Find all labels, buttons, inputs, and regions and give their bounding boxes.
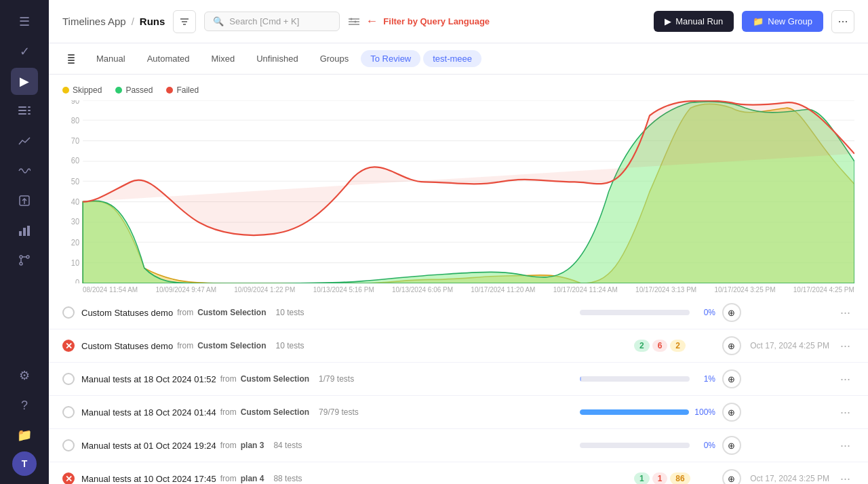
export-icon[interactable] — [11, 187, 38, 214]
svg-point-12 — [20, 262, 22, 265]
x-label-3: 10/13/2024 5:16 PM — [313, 286, 374, 294]
search-placeholder: Search [Cmd + K] — [229, 16, 299, 26]
run-more-button[interactable]: ··· — [836, 437, 854, 454]
svg-rect-9 — [23, 228, 26, 236]
check-icon[interactable]: ✓ — [11, 38, 38, 65]
new-group-button[interactable]: 📁 New Group — [742, 11, 823, 32]
run-info: Manual tests at 18 Oct 2024 01:44 from C… — [81, 407, 573, 418]
svg-point-13 — [26, 256, 29, 258]
failed-dot — [166, 87, 173, 94]
run-name: Manual tests at 10 Oct 2024 17:45 — [81, 474, 216, 484]
tab-list-icon[interactable] — [62, 48, 84, 70]
breadcrumb-app: Timelines App — [62, 16, 126, 27]
folder-icon[interactable]: 📁 — [11, 422, 38, 449]
list-check-icon[interactable] — [11, 98, 38, 125]
run-from-name: Custom Selection — [241, 407, 309, 417]
x-label-7: 10/17/2024 3:13 PM — [635, 286, 696, 294]
table-row[interactable]: ✕ Manual tests at 10 Oct 2024 17:45 from… — [49, 462, 868, 484]
passed-label: Passed — [125, 85, 153, 95]
filter-query-label: Filter by Query Language — [383, 16, 490, 26]
run-name: Manual tests at 01 Oct 2024 19:24 — [81, 441, 216, 451]
badge-green: 1 — [634, 472, 650, 484]
progress-label: 0% — [695, 308, 715, 317]
svg-text:40: 40 — [71, 197, 80, 207]
run-info: Custom Statuses demo from Custom Selecti… — [81, 308, 573, 318]
run-progress: 100% — [580, 407, 715, 417]
breadcrumb-current: Runs — [140, 16, 165, 27]
run-count: 10 tests — [275, 308, 304, 317]
svg-point-11 — [20, 256, 22, 258]
avatar[interactable]: T — [12, 451, 37, 476]
run-more-button[interactable]: ··· — [836, 404, 854, 421]
skipped-label: Skipped — [73, 85, 102, 95]
run-avatar: ⊕ — [722, 436, 741, 455]
table-row[interactable]: ✕ Custom Statuses demo from Custom Selec… — [49, 329, 868, 363]
badge-yellow: 86 — [670, 472, 690, 484]
svg-rect-27 — [68, 62, 75, 64]
run-from-name: plan 4 — [241, 474, 264, 483]
x-label-1: 10/09/2024 9:47 AM — [155, 286, 216, 294]
run-name: Manual tests at 18 Oct 2024 01:44 — [81, 407, 216, 418]
tab-unfinished[interactable]: Unfinished — [247, 49, 307, 68]
svg-text:50: 50 — [71, 176, 80, 186]
settings-icon[interactable]: ⚙ — [11, 362, 38, 389]
badge-green: 2 — [634, 340, 650, 352]
run-from-name: Custom Selection — [241, 374, 309, 384]
chart-legend: Skipped Passed Failed — [62, 85, 854, 95]
trend-icon[interactable] — [11, 127, 38, 155]
run-more-button[interactable]: ··· — [836, 338, 854, 355]
run-count: 10 tests — [275, 341, 304, 350]
tab-mixed[interactable]: Mixed — [202, 49, 245, 68]
table-row[interactable]: Manual tests at 18 Oct 2024 01:44 from C… — [49, 396, 868, 429]
x-label-5: 10/17/2024 11:20 AM — [471, 286, 535, 294]
bar-chart-icon[interactable] — [11, 217, 38, 244]
run-progress: 0% — [580, 308, 715, 317]
tab-automated[interactable]: Automated — [138, 49, 199, 68]
x-label-4: 10/13/2024 6:06 PM — [392, 286, 453, 294]
chart-area: Skipped Passed Failed — [49, 75, 868, 294]
run-from-label: from — [220, 441, 237, 450]
svg-rect-1 — [18, 110, 26, 111]
run-more-button[interactable]: ··· — [836, 371, 854, 388]
filter-button[interactable] — [173, 10, 196, 33]
run-avatar: ⊕ — [722, 469, 741, 484]
run-status-icon — [62, 306, 75, 319]
tab-groups[interactable]: Groups — [311, 49, 359, 68]
more-options-button[interactable]: ··· — [831, 10, 854, 33]
tab-manual[interactable]: Manual — [87, 49, 135, 68]
failed-label: Failed — [176, 85, 199, 95]
wave-icon[interactable] — [11, 157, 38, 184]
run-more-button[interactable]: ··· — [836, 470, 854, 485]
run-status-icon — [62, 373, 75, 385]
svg-rect-2 — [18, 113, 26, 115]
svg-text:80: 80 — [71, 115, 80, 125]
branch-icon[interactable] — [11, 247, 38, 274]
table-row[interactable]: Custom Statuses demo from Custom Selecti… — [49, 296, 868, 329]
play-icon[interactable]: ▶ — [11, 68, 38, 95]
manual-run-button[interactable]: ▶ Manual Run — [654, 11, 734, 32]
svg-text:0: 0 — [75, 278, 80, 283]
run-avatar: ⊕ — [722, 303, 741, 322]
run-from-label: from — [220, 474, 237, 483]
run-more-button[interactable]: ··· — [836, 304, 854, 321]
menu-icon[interactable]: ☰ — [11, 8, 38, 35]
tab-test-meee[interactable]: test-meee — [423, 50, 481, 67]
progress-label: 1% — [695, 374, 715, 384]
help-icon[interactable]: ? — [11, 392, 38, 419]
run-badges: 2 6 2 — [634, 340, 715, 352]
table-row[interactable]: Manual tests at 18 Oct 2024 01:52 from C… — [49, 363, 868, 396]
run-from-label: from — [177, 308, 193, 317]
run-count: 84 tests — [273, 441, 302, 450]
run-status-icon — [62, 439, 75, 451]
tab-to-review[interactable]: To Review — [361, 50, 420, 67]
table-row[interactable]: Manual tests at 01 Oct 2024 19:24 from p… — [49, 429, 868, 462]
breadcrumb-separator: / — [132, 16, 134, 27]
run-from-name: plan 3 — [241, 441, 264, 450]
header: Timelines App / Runs 🔍 Search [Cmd + K] … — [49, 0, 868, 43]
run-from-name: Custom Selection — [197, 308, 266, 317]
run-status-icon — [62, 406, 75, 418]
search-box[interactable]: 🔍 Search [Cmd + K] — [204, 12, 340, 31]
run-time: Oct 17, 2024 3:25 PM — [748, 474, 829, 483]
x-label-8: 10/17/2024 3:25 PM — [714, 286, 775, 294]
run-info: Manual tests at 10 Oct 2024 17:45 from p… — [81, 474, 627, 484]
